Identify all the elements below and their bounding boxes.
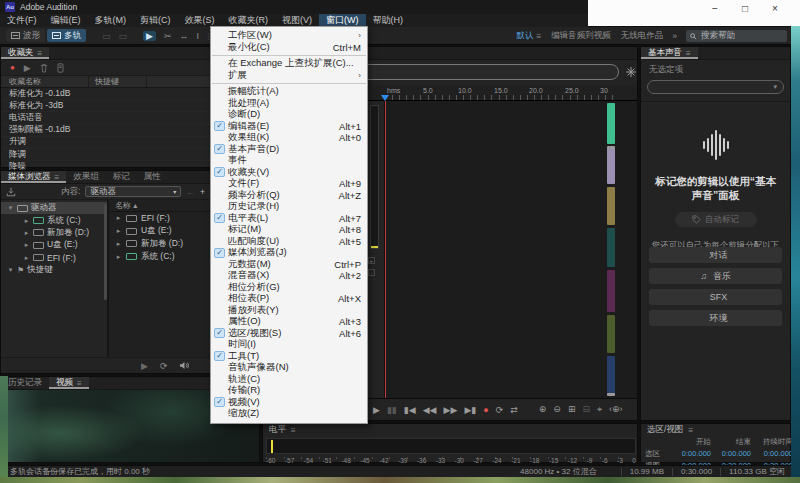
auto-play-button[interactable]: ⟳ <box>160 361 168 371</box>
workspace-tab[interactable]: 无线电作品 <box>621 30 664 42</box>
scrollbar-handle[interactable] <box>607 393 615 396</box>
transport-button[interactable]: ▶▶ <box>444 405 458 415</box>
record-favorite-button[interactable]: ● <box>10 63 15 72</box>
waveform-view-button[interactable]: 波形 <box>6 29 45 42</box>
content-select[interactable]: 驱动器 ▾ <box>85 186 181 197</box>
zoom-button[interactable]: ⊖ <box>553 404 561 415</box>
sound-bars-icon <box>641 128 790 162</box>
expander-icon[interactable]: ▾ <box>7 266 14 274</box>
help-search-input[interactable]: 搜索帮助 <box>686 30 787 42</box>
speaker-icon[interactable] <box>179 361 190 370</box>
tree-item[interactable]: ▸ EFI (F:) <box>1 252 107 264</box>
panel-tab[interactable]: 媒体浏览器 ≡ <box>1 171 66 183</box>
tree-scrollbar[interactable] <box>104 204 107 300</box>
panel-tab[interactable]: 历史记录 <box>1 377 49 389</box>
panel-tab[interactable]: 标记 <box>106 171 137 183</box>
panel-menu-icon[interactable]: ≡ <box>688 426 693 435</box>
transport-button[interactable]: ⟳ <box>496 405 504 415</box>
panel-menu-icon[interactable]: ≡ <box>686 49 691 58</box>
tool-button[interactable]: ✂ <box>164 31 172 41</box>
preview-play-button[interactable]: ▶ <box>141 361 148 371</box>
zoom-button[interactable]: ‹⊕› <box>609 404 623 415</box>
audio-type-button[interactable]: 环境 <box>649 310 782 326</box>
expander-icon[interactable]: ▸ <box>23 241 30 249</box>
navigator-settings-icon[interactable] <box>625 66 637 78</box>
panel-menu-icon[interactable]: ≡ <box>291 426 296 435</box>
menu-item[interactable]: 最小化(C) Ctrl+M <box>211 42 367 54</box>
window-controls: − □ × <box>588 0 800 26</box>
panel-tab[interactable]: 效果组 <box>66 171 106 183</box>
menu-bar-item[interactable]: 编辑(E) <box>44 14 88 27</box>
audio-type-button[interactable]: 对话 <box>649 247 782 263</box>
tool-button[interactable]: ↔ <box>180 31 189 41</box>
transport-button[interactable]: ▶ <box>373 405 380 415</box>
edit-favorite-icon[interactable] <box>57 63 64 73</box>
expander-icon[interactable]: ▸ <box>23 217 30 225</box>
menu-bar-item[interactable]: 多轨(M) <box>88 14 134 27</box>
tab-essential-sound[interactable]: 基本声音 ≡ <box>641 47 698 59</box>
transport-button[interactable]: ▶▮ <box>464 405 476 415</box>
menu-item[interactable]: 扩展 › <box>211 70 367 82</box>
play-favorite-button[interactable]: ▶ <box>24 63 31 73</box>
tool-button[interactable]: ▶ <box>143 31 156 41</box>
audio-type-button[interactable]: SFX <box>649 289 782 305</box>
expander-icon[interactable]: ▸ <box>115 253 122 261</box>
tab-favorites[interactable]: 收藏夹 ≡ <box>1 47 49 59</box>
scale-label: -60 <box>266 457 275 464</box>
tree-item[interactable]: ▸ U盘 (E:) <box>1 239 107 251</box>
scale-label: -15 <box>549 457 558 464</box>
transport-button[interactable]: ● <box>483 405 488 415</box>
desktop-wallpaper <box>0 477 800 483</box>
zoom-button[interactable]: ⌖ <box>597 404 602 415</box>
panel-tab[interactable]: 属性 <box>137 171 168 183</box>
app-title: Adobe Audition <box>20 2 77 12</box>
menu-item[interactable]: 缩放(Z) <box>211 408 367 420</box>
panel-tab[interactable]: 视频 ≡ <box>49 377 89 389</box>
tree-item[interactable]: ▸ 系统 (C:) <box>1 214 107 226</box>
expander-icon[interactable]: ▸ <box>23 229 30 237</box>
panel-menu-icon[interactable]: ≡ <box>55 173 60 182</box>
zoom-button[interactable]: ⊟ <box>582 404 590 415</box>
tab-levels[interactable]: 电平 <box>269 424 286 436</box>
zoom-button[interactable]: ⊞ <box>568 404 576 415</box>
transport-button[interactable]: ⇄ <box>510 405 518 415</box>
delete-favorite-icon[interactable] <box>40 63 48 73</box>
minimize-button[interactable]: − <box>700 0 730 17</box>
tree-item[interactable]: ▾ ⚑ 快捷键 <box>1 264 107 276</box>
import-icon[interactable] <box>6 187 16 197</box>
expander-icon[interactable]: ▸ <box>115 240 122 248</box>
transport-button[interactable]: ◀◀ <box>423 405 437 415</box>
scrollbar-handle[interactable] <box>607 146 615 149</box>
panel-menu-icon[interactable]: ≡ <box>38 49 43 58</box>
expander-icon[interactable]: ▸ <box>23 254 30 262</box>
workspace-menu-icon[interactable]: ≡ <box>537 32 542 41</box>
tree-item[interactable]: ▾ 驱动器 <box>1 202 107 214</box>
menu-bar-item[interactable]: 剪辑(C) <box>133 14 178 27</box>
back-button[interactable]: ← <box>186 187 195 197</box>
expander-icon[interactable]: ▸ <box>115 214 122 222</box>
workspace-tab[interactable]: 默认 ≡ <box>517 30 542 42</box>
auto-tag-button[interactable]: 自动标记 <box>675 212 757 227</box>
track-color-segment <box>607 103 615 144</box>
transport-button[interactable]: ▮◀ <box>404 405 416 415</box>
workspace-overflow-button[interactable]: » <box>672 31 677 41</box>
audio-type-button[interactable]: ♫ 音乐 <box>649 268 782 284</box>
expander-icon[interactable]: ▾ <box>7 204 14 212</box>
zoom-button[interactable]: ⊕ <box>539 404 547 415</box>
panel-menu-icon[interactable]: ≡ <box>77 379 82 388</box>
menu-bar-item[interactable]: 帮助(H) <box>366 14 411 27</box>
expander-icon[interactable]: ▸ <box>115 227 122 235</box>
multitrack-view-button[interactable]: 多轨 <box>47 29 86 42</box>
scale-label: -42 <box>379 457 388 464</box>
close-button[interactable]: × <box>760 0 790 17</box>
preset-select[interactable]: ▾ <box>647 80 784 94</box>
tree-item[interactable]: ▸ 新加卷 (D:) <box>1 227 107 239</box>
add-shortcut-button[interactable]: + <box>200 187 205 197</box>
desktop-wallpaper <box>791 26 800 483</box>
transport-button[interactable]: ▮▮ <box>387 405 397 415</box>
menu-bar-item[interactable]: 文件(F) <box>0 14 44 27</box>
workspace-tab[interactable]: 编辑音频到视频 <box>551 30 611 42</box>
maximize-button[interactable]: □ <box>730 0 760 17</box>
tab-selection-view[interactable]: 选区/视图 <box>647 424 683 436</box>
tool-button[interactable]: I <box>197 31 200 41</box>
